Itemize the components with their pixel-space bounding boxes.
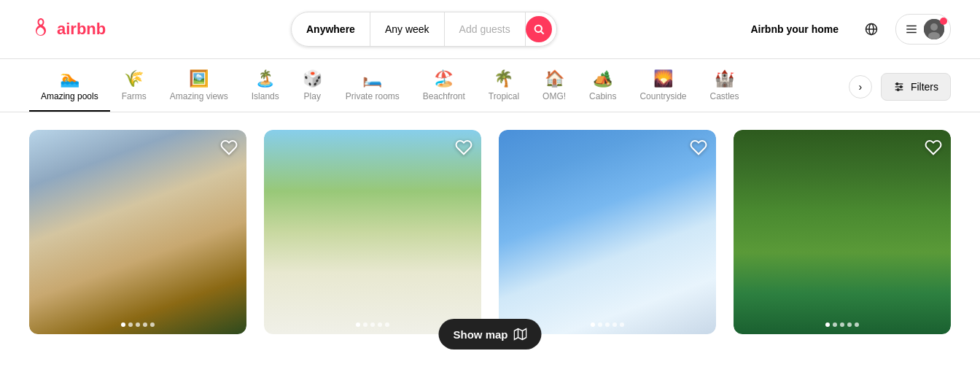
show-map-label: Show map bbox=[453, 328, 508, 341]
svg-point-9 bbox=[930, 23, 938, 31]
category-icon-beachfront: 🏖️ bbox=[434, 71, 454, 87]
category-item-tropical[interactable]: 🌴 Tropical bbox=[477, 71, 531, 112]
category-label-omg: OMG! bbox=[542, 91, 566, 101]
category-label-tropical: Tropical bbox=[489, 91, 519, 101]
listing-card-1[interactable] bbox=[29, 130, 246, 334]
listings-grid bbox=[0, 112, 980, 352]
svg-point-14 bbox=[896, 83, 898, 85]
notification-dot bbox=[940, 18, 947, 25]
header-right: Airbnb your home bbox=[742, 14, 951, 45]
header: airbnb Anywhere Any week Add guests Airb… bbox=[0, 0, 980, 59]
dot-1 bbox=[598, 322, 602, 327]
dot-3 bbox=[378, 322, 382, 327]
dot-2 bbox=[136, 322, 140, 327]
category-label-play: Play bbox=[304, 91, 321, 101]
wishlist-button-4[interactable] bbox=[925, 139, 942, 161]
dot-4 bbox=[620, 322, 624, 327]
listing-image-3 bbox=[499, 130, 716, 334]
search-button[interactable] bbox=[526, 16, 552, 42]
category-label-amazing-pools: Amazing pools bbox=[41, 91, 98, 101]
category-icon-amazing-pools: 🏊 bbox=[60, 71, 79, 87]
category-icon-islands: 🏝️ bbox=[255, 71, 275, 87]
category-label-beachfront: Beachfront bbox=[423, 91, 465, 101]
listing-card-3[interactable] bbox=[499, 130, 716, 334]
dots-indicator-3 bbox=[591, 322, 624, 327]
category-item-play[interactable]: 🎲 Play bbox=[291, 71, 334, 112]
logo-text: airbnb bbox=[57, 20, 106, 39]
category-item-omg[interactable]: 🏠 OMG! bbox=[531, 71, 578, 112]
dot-2 bbox=[840, 322, 844, 327]
category-icon-countryside: 🌄 bbox=[653, 71, 673, 87]
category-item-countryside[interactable]: 🌄 Countryside bbox=[628, 71, 698, 112]
svg-marker-17 bbox=[514, 329, 526, 340]
svg-point-10 bbox=[928, 32, 940, 39]
dot-1 bbox=[363, 322, 368, 327]
dot-3 bbox=[847, 322, 852, 327]
dot-0 bbox=[825, 322, 830, 327]
listing-image-2 bbox=[264, 130, 481, 334]
category-item-castles[interactable]: 🏰 Castles bbox=[698, 71, 750, 112]
category-icon-cabins: 🏕️ bbox=[593, 71, 612, 87]
dots-indicator-2 bbox=[356, 322, 389, 327]
listing-card-2[interactable] bbox=[264, 130, 481, 334]
show-map-button[interactable]: Show map bbox=[438, 319, 541, 349]
listing-image-4 bbox=[734, 130, 951, 334]
dot-0 bbox=[121, 322, 125, 327]
category-icon-tropical: 🌴 bbox=[494, 71, 513, 87]
search-anywhere[interactable]: Anywhere bbox=[292, 12, 370, 46]
category-next-arrow[interactable]: › bbox=[849, 75, 872, 98]
svg-point-16 bbox=[897, 89, 899, 91]
category-item-beachfront[interactable]: 🏖️ Beachfront bbox=[411, 71, 477, 112]
dot-0 bbox=[356, 322, 360, 327]
category-item-cabins[interactable]: 🏕️ Cabins bbox=[578, 71, 628, 112]
category-icon-play: 🎲 bbox=[303, 71, 322, 87]
svg-line-1 bbox=[541, 31, 544, 34]
dot-1 bbox=[833, 322, 837, 327]
dot-1 bbox=[128, 322, 133, 327]
listing-card-4[interactable] bbox=[734, 130, 951, 334]
wishlist-button-3[interactable] bbox=[690, 139, 707, 161]
svg-point-15 bbox=[900, 86, 902, 88]
category-label-amazing-views: Amazing views bbox=[170, 91, 228, 101]
profile-menu-button[interactable] bbox=[895, 14, 951, 45]
category-icon-castles: 🏰 bbox=[715, 71, 734, 87]
category-label-countryside: Countryside bbox=[639, 91, 686, 101]
dot-0 bbox=[591, 322, 595, 327]
category-label-islands: Islands bbox=[252, 91, 279, 101]
category-item-amazing-views[interactable]: 🖼️ Amazing views bbox=[158, 71, 240, 112]
category-item-private-rooms[interactable]: 🛏️ Private rooms bbox=[334, 71, 411, 112]
category-nav: 🏊 Amazing pools 🌾 Farms 🖼️ Amazing views… bbox=[0, 59, 980, 112]
dot-4 bbox=[855, 322, 859, 327]
search-add-guests[interactable]: Add guests bbox=[445, 12, 526, 46]
language-button[interactable] bbox=[859, 17, 884, 42]
dot-3 bbox=[612, 322, 617, 327]
filters-label: Filters bbox=[911, 81, 938, 93]
wishlist-button-1[interactable] bbox=[220, 139, 238, 161]
dots-indicator-1 bbox=[121, 322, 155, 327]
category-icon-omg: 🏠 bbox=[545, 71, 564, 87]
category-icon-amazing-views: 🖼️ bbox=[189, 71, 209, 87]
search-bar: Anywhere Any week Add guests bbox=[291, 12, 557, 47]
category-label-private-rooms: Private rooms bbox=[346, 91, 400, 101]
category-item-farms[interactable]: 🌾 Farms bbox=[110, 71, 158, 112]
logo[interactable]: airbnb bbox=[29, 18, 106, 41]
listing-image-1 bbox=[29, 130, 246, 334]
dot-2 bbox=[370, 322, 375, 327]
dot-4 bbox=[385, 322, 389, 327]
filters-button[interactable]: Filters bbox=[881, 73, 951, 101]
dot-2 bbox=[605, 322, 610, 327]
svg-point-0 bbox=[534, 26, 541, 32]
wishlist-button-2[interactable] bbox=[455, 139, 472, 161]
dots-indicator-4 bbox=[825, 322, 859, 327]
dot-3 bbox=[143, 322, 147, 327]
search-any-week[interactable]: Any week bbox=[370, 12, 445, 46]
category-item-amazing-pools[interactable]: 🏊 Amazing pools bbox=[29, 71, 110, 112]
airbnb-your-home-link[interactable]: Airbnb your home bbox=[742, 18, 847, 41]
dot-4 bbox=[150, 322, 155, 327]
category-label-farms: Farms bbox=[122, 91, 147, 101]
category-icon-private-rooms: 🛏️ bbox=[362, 71, 382, 87]
category-label-castles: Castles bbox=[709, 91, 739, 101]
category-item-islands[interactable]: 🏝️ Islands bbox=[240, 71, 291, 112]
category-label-cabins: Cabins bbox=[589, 91, 616, 101]
category-icon-farms: 🌾 bbox=[124, 71, 144, 87]
